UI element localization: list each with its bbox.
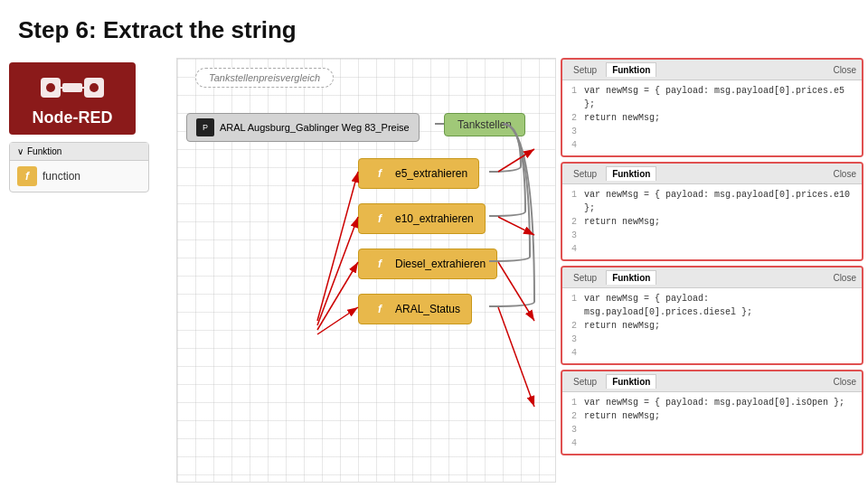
svg-point-6 bbox=[90, 83, 99, 92]
e5-node[interactable]: f e5_extrahieren bbox=[358, 158, 479, 189]
svg-line-15 bbox=[498, 307, 534, 407]
svg-rect-2 bbox=[62, 83, 82, 92]
panel-status-funktion-tab[interactable]: Funktion bbox=[606, 374, 656, 389]
code-panel-e10-body: 1var newMsg = { payload: msg.payload[0].… bbox=[562, 184, 862, 259]
status-node-label: ARAL_Status bbox=[395, 303, 460, 315]
panel-e10-close[interactable]: Close bbox=[833, 169, 856, 179]
left-sidebar: Node-RED ∨ Funktion f function bbox=[0, 53, 172, 487]
e10-node-label: e10_extrahieren bbox=[395, 212, 474, 225]
tankstellen-node[interactable]: Tankstellen bbox=[444, 113, 525, 136]
sidebar-funktion-header: ∨ Funktion bbox=[10, 143, 148, 161]
panel-e10-setup-tab[interactable]: Setup bbox=[568, 167, 602, 181]
code-panel-status-body: 1var newMsg = { payload: msg.payload[0].… bbox=[562, 392, 862, 454]
aral-icon: P bbox=[196, 118, 214, 136]
panel-status-close[interactable]: Close bbox=[833, 377, 856, 387]
comment-node: Tankstellenpreisvergleich bbox=[195, 68, 334, 88]
e5-node-label: e5_extrahieren bbox=[395, 167, 467, 180]
code-panels-container: Setup Funktion Close 1var newMsg = { pay… bbox=[561, 53, 868, 487]
status-node[interactable]: f ARAL_Status bbox=[358, 294, 472, 324]
panel-e10-funktion-tab[interactable]: Funktion bbox=[606, 166, 656, 181]
function-item-label: function bbox=[42, 170, 80, 183]
node-red-brand-text: Node-RED bbox=[33, 108, 113, 127]
diesel-node[interactable]: f Diesel_extrahieren bbox=[358, 249, 497, 279]
code-panel-e5-body: 1var newMsg = { payload: msg.payload[0].… bbox=[562, 80, 862, 155]
e5-f-icon: f bbox=[370, 164, 390, 183]
panel-e5-close[interactable]: Close bbox=[833, 65, 856, 75]
code-panel-e5-header: Setup Funktion Close bbox=[562, 60, 862, 80]
aral-node-label: ARAL Augsburg_Gablinger Weg 83_Preise bbox=[220, 122, 410, 133]
svg-line-12 bbox=[498, 149, 534, 172]
chevron-icon: ∨ bbox=[17, 146, 24, 156]
status-f-icon: f bbox=[370, 299, 390, 319]
e10-node[interactable]: f e10_extrahieren bbox=[358, 203, 486, 234]
panel-status-setup-tab[interactable]: Setup bbox=[568, 375, 602, 389]
code-panel-e10: Setup Funktion Close 1var newMsg = { pay… bbox=[561, 162, 863, 261]
sidebar-funktion-label: Funktion bbox=[27, 146, 61, 156]
diesel-f-icon: f bbox=[370, 254, 390, 274]
panel-diesel-close[interactable]: Close bbox=[833, 273, 856, 283]
code-panel-diesel-body: 1var newMsg = { payload: msg.payload[0].… bbox=[562, 288, 862, 363]
code-panel-diesel-header: Setup Funktion Close bbox=[562, 267, 862, 288]
function-f-icon: f bbox=[17, 166, 37, 186]
code-panel-e10-header: Setup Funktion Close bbox=[562, 164, 862, 184]
tankstellen-node-label: Tankstellen bbox=[458, 118, 512, 131]
page-title: Step 6: Extract the string bbox=[0, 0, 868, 53]
code-panel-diesel: Setup Funktion Close 1var newMsg = { pay… bbox=[561, 266, 863, 365]
svg-line-8 bbox=[317, 172, 358, 321]
flow-canvas: Tankstellenpreisvergleich P ARAL Augsbur… bbox=[176, 58, 556, 483]
e10-f-icon: f bbox=[370, 209, 390, 229]
code-panel-e5: Setup Funktion Close 1var newMsg = { pay… bbox=[561, 58, 863, 157]
svg-line-14 bbox=[498, 262, 534, 321]
diesel-node-label: Diesel_extrahieren bbox=[395, 258, 486, 270]
svg-line-13 bbox=[498, 217, 534, 235]
svg-line-10 bbox=[317, 262, 358, 330]
node-red-logo: Node-RED bbox=[9, 62, 136, 135]
svg-point-5 bbox=[46, 83, 55, 92]
aral-node[interactable]: P ARAL Augsburg_Gablinger Weg 83_Preise bbox=[186, 113, 420, 142]
panel-e5-setup-tab[interactable]: Setup bbox=[568, 63, 602, 77]
svg-line-9 bbox=[317, 217, 358, 325]
svg-line-11 bbox=[317, 307, 358, 334]
panel-diesel-funktion-tab[interactable]: Funktion bbox=[606, 270, 656, 285]
panel-e5-funktion-tab[interactable]: Funktion bbox=[606, 62, 656, 77]
code-panel-status-header: Setup Funktion Close bbox=[562, 371, 862, 392]
sidebar-funktion-panel: ∨ Funktion f function bbox=[9, 142, 149, 192]
panel-diesel-setup-tab[interactable]: Setup bbox=[568, 271, 602, 285]
sidebar-function-item[interactable]: f function bbox=[10, 161, 148, 192]
code-panel-status: Setup Funktion Close 1var newMsg = { pay… bbox=[561, 370, 863, 455]
